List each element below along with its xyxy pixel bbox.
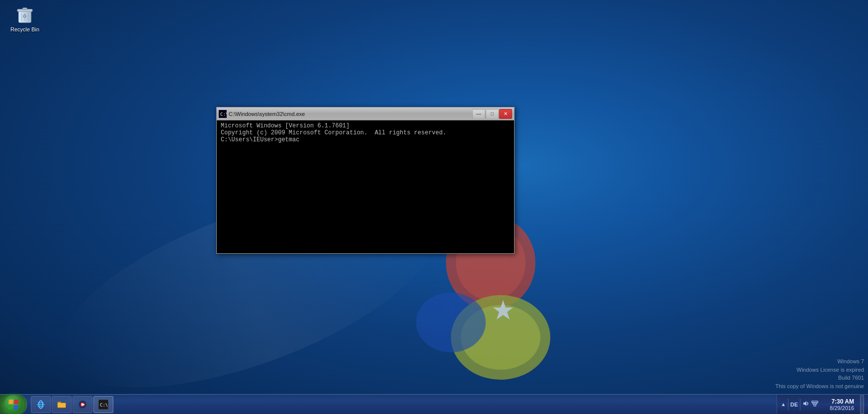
folder-icon bbox=[57, 400, 67, 410]
svg-rect-9 bbox=[22, 8, 27, 10]
taskbar-items: C:\ bbox=[29, 395, 777, 414]
cmd-line-2: Copyright (c) 2009 Microsoft Corporation… bbox=[221, 129, 510, 136]
language-indicator[interactable]: DE bbox=[790, 402, 798, 408]
taskbar-explorer[interactable] bbox=[52, 396, 72, 413]
watermark-line3: Build 7601 bbox=[775, 374, 864, 382]
tray-separator bbox=[788, 399, 788, 411]
clock-time: 7:30 AM bbox=[831, 398, 854, 405]
watermark-line1: Windows 7 bbox=[775, 357, 864, 366]
logo-quadrant-2 bbox=[14, 400, 19, 404]
titlebar-buttons: — □ ✕ bbox=[472, 109, 512, 119]
recycle-bin-icon[interactable]: ♻ Recycle Bin bbox=[5, 2, 45, 35]
volume-icon[interactable] bbox=[802, 400, 809, 409]
taskbar-media[interactable] bbox=[73, 396, 92, 413]
recycle-bin-image: ♻ bbox=[15, 4, 35, 24]
cmd-window-icon: C:\ bbox=[219, 110, 227, 118]
maximize-button[interactable]: □ bbox=[486, 109, 499, 119]
start-button[interactable] bbox=[0, 395, 27, 414]
windows-watermark: Windows 7 Windows License is expired Bui… bbox=[775, 357, 864, 390]
close-button[interactable]: ✕ bbox=[499, 109, 512, 119]
show-desktop-button[interactable] bbox=[860, 395, 864, 414]
cmd-titlebar[interactable]: C:\ C:\Windows\system32\cmd.exe — □ ✕ bbox=[217, 107, 514, 120]
cmd-line-1: Microsoft Windows [Version 6.1.7601] bbox=[221, 122, 510, 129]
clock-date: 8/29/2016 bbox=[830, 405, 854, 411]
tray-separator-2 bbox=[800, 399, 800, 411]
svg-point-4 bbox=[416, 293, 486, 352]
windows-logo bbox=[8, 400, 19, 410]
svg-rect-31 bbox=[812, 401, 818, 403]
cmd-window[interactable]: C:\ C:\Windows\system32\cmd.exe — □ ✕ ▲ … bbox=[216, 107, 515, 254]
notification-arrow[interactable]: ▲ bbox=[781, 402, 786, 407]
recycle-bin-label: Recycle Bin bbox=[10, 26, 39, 33]
logo-quadrant-4 bbox=[13, 405, 18, 410]
taskbar-cmd[interactable]: C:\ bbox=[93, 396, 113, 413]
svg-text:C:\: C:\ bbox=[100, 403, 108, 408]
clock-area[interactable]: 7:30 AM 8/29/2016 bbox=[821, 398, 856, 411]
taskbar: C:\ ▲ DE bbox=[0, 394, 868, 414]
cmd-icon: C:\ bbox=[98, 400, 108, 410]
system-tray: ▲ DE bbox=[777, 395, 868, 414]
logo-quadrant-3 bbox=[8, 405, 13, 410]
cmd-title-text: C:\Windows\system32\cmd.exe bbox=[229, 111, 472, 117]
svg-rect-22 bbox=[58, 403, 66, 408]
svg-text:C:\: C:\ bbox=[220, 112, 227, 117]
minimize-button[interactable]: — bbox=[472, 109, 485, 119]
taskbar-ie[interactable] bbox=[31, 396, 51, 413]
network-icon[interactable] bbox=[811, 400, 818, 409]
ie-icon bbox=[36, 400, 46, 410]
logo-quadrant-1 bbox=[8, 400, 13, 404]
svg-text:♻: ♻ bbox=[23, 13, 27, 19]
cmd-content[interactable]: Microsoft Windows [Version 6.1.7601] Cop… bbox=[217, 120, 514, 253]
svg-marker-28 bbox=[803, 401, 806, 406]
watermark-line2: Windows License is expired bbox=[775, 366, 864, 374]
watermark-line4: This copy of Windows is not genuine bbox=[775, 382, 864, 391]
cmd-line-4: C:\Users\IEUser>getmac bbox=[221, 136, 510, 143]
media-icon bbox=[78, 400, 87, 410]
tray-icons: ▲ DE bbox=[781, 399, 818, 411]
start-orb bbox=[4, 395, 23, 414]
desktop: ♻ Recycle Bin C:\ C:\Windows\system32\cm… bbox=[0, 0, 868, 414]
